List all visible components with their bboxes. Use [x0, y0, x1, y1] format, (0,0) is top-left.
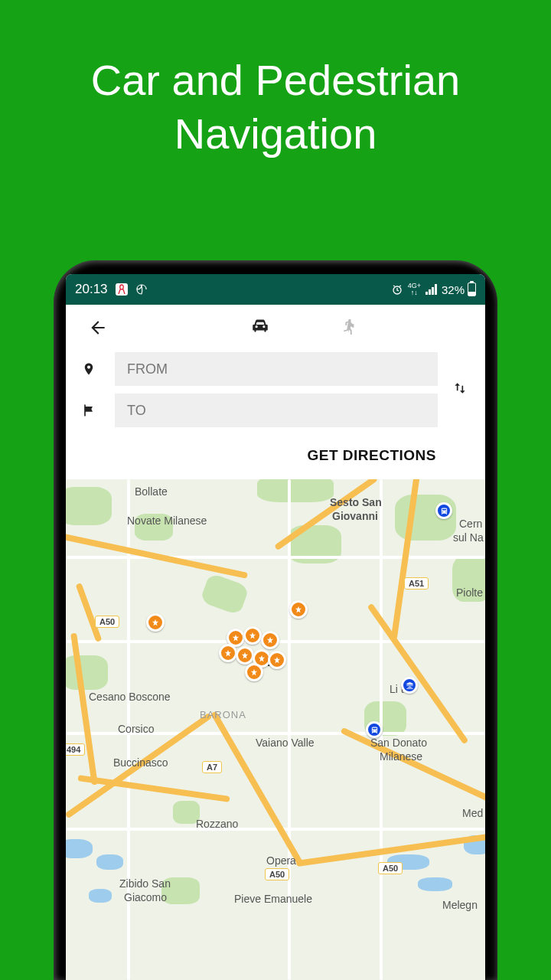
map-label: Sesto San	[330, 496, 382, 508]
swap-button[interactable]	[450, 378, 470, 398]
map-view[interactable]: A50 494 A7 A50 A50 A51 Bollate Novate Mi…	[66, 479, 485, 980]
status-time: 20:13	[75, 282, 108, 297]
transit-marker[interactable]	[435, 502, 452, 519]
map-label: Pieve Emanuele	[234, 893, 312, 905]
signal-icon	[425, 284, 437, 295]
map-label: Zibido San	[119, 877, 171, 890]
flag-icon	[80, 403, 98, 418]
phone-frame: 20:13 4G+↑↓ 32%	[54, 260, 497, 980]
map-label: Milanese	[380, 750, 422, 763]
from-input[interactable]: FROM	[115, 352, 438, 386]
poi-marker[interactable]	[146, 613, 165, 632]
poi-marker[interactable]	[236, 646, 254, 665]
back-button[interactable]	[86, 315, 110, 340]
map-label: Buccinasco	[113, 756, 168, 769]
map-label: Opera	[266, 854, 296, 867]
hwy-label: A7	[202, 761, 222, 773]
hwy-label: A50	[378, 862, 403, 874]
alarm-icon	[391, 283, 403, 296]
poi-marker[interactable]	[245, 663, 263, 681]
transit-marker[interactable]	[401, 677, 418, 694]
map-label: San Donato	[370, 737, 427, 749]
map-label: sul Na	[453, 531, 484, 544]
map-label: Bollate	[135, 485, 168, 498]
to-input[interactable]: TO	[115, 394, 438, 427]
map-label: Novate Milanese	[127, 514, 207, 527]
poi-marker[interactable]	[289, 600, 308, 619]
map-label: Cern	[459, 518, 482, 530]
status-app-icon-2	[135, 283, 148, 296]
hwy-label: A50	[265, 868, 289, 880]
poi-marker[interactable]	[261, 631, 279, 649]
map-label: Vaiano Valle	[256, 737, 315, 749]
map-label: Giovanni	[332, 510, 378, 522]
hwy-label: A51	[404, 577, 429, 590]
promo-headline: Car and Pedestrian Navigation	[0, 0, 551, 161]
status-app-icon-1	[116, 283, 128, 296]
map-label: Corsico	[118, 723, 154, 735]
map-label: Med	[462, 807, 483, 819]
transit-marker[interactable]	[366, 721, 383, 738]
mode-car-icon[interactable]	[249, 315, 272, 340]
map-label: Cesano Boscone	[89, 691, 171, 703]
map-label: Melegn	[442, 899, 478, 911]
net-type-label: 4G+↑↓	[408, 283, 421, 296]
phone-screen: 20:13 4G+↑↓ 32%	[66, 274, 485, 980]
map-label: Rozzano	[196, 818, 238, 830]
map-label: Giacomo	[124, 891, 167, 903]
map-label: BARONA	[200, 709, 246, 720]
hwy-label: 494	[66, 743, 85, 756]
directions-toolbar: FROM TO GET DIRECTIONS	[66, 305, 485, 479]
poi-marker[interactable]	[219, 644, 237, 662]
poi-marker[interactable]	[268, 651, 286, 669]
get-directions-button[interactable]: GET DIRECTIONS	[80, 435, 471, 470]
poi-marker[interactable]	[243, 626, 262, 645]
hwy-label: A50	[95, 616, 119, 628]
android-status-bar: 20:13 4G+↑↓ 32%	[66, 274, 485, 305]
pin-icon	[80, 360, 98, 378]
mode-walk-icon[interactable]	[341, 315, 357, 340]
map-label: Piolte	[456, 586, 483, 599]
battery-indicator: 32%	[442, 283, 476, 296]
